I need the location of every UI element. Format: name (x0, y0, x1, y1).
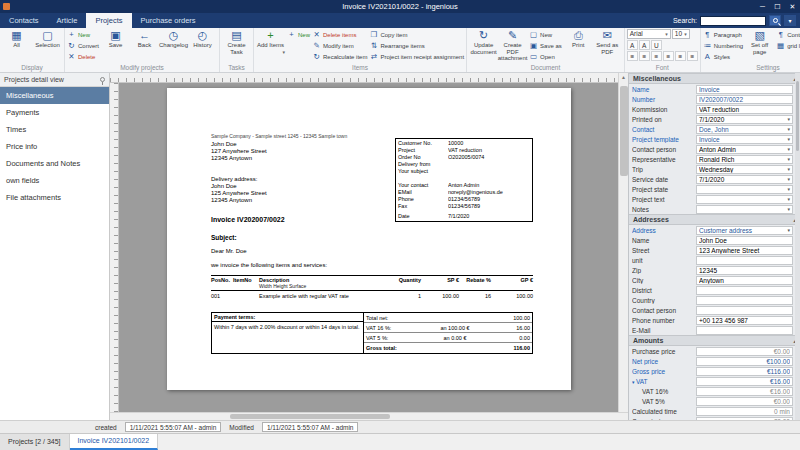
chevron-down-icon[interactable]: ▾ (787, 146, 790, 152)
property-row[interactable]: Number IV202007/0022 ▾ (629, 94, 800, 104)
property-value-field[interactable]: Ronald Rich ▾ (696, 155, 793, 164)
chevron-down-icon[interactable]: ▾ (787, 206, 790, 212)
maximize-button[interactable]: ☐ (770, 0, 785, 13)
property-row[interactable]: District ▾ (629, 285, 800, 295)
ribbon-button[interactable]: ▢ New (529, 29, 562, 40)
scroll-up-icon[interactable]: ▲ (621, 73, 626, 82)
property-row[interactable]: VAT €16.00 ▾ (629, 376, 800, 386)
ribbon-button[interactable]: ↻ Convert (67, 40, 99, 51)
close-button[interactable]: ✕ (785, 0, 800, 13)
ribbon-tab[interactable]: Contacts (0, 13, 48, 28)
property-row[interactable]: VAT 16% €16.00 ▾ (629, 386, 800, 396)
property-row[interactable]: Net price €100.00 ▾ (629, 356, 800, 366)
section-header-addresses[interactable]: Addresses ▴ (629, 214, 800, 225)
property-value-field[interactable]: €0.00 ▾ (696, 397, 793, 406)
ribbon-button[interactable]: A Styles (703, 51, 743, 62)
ribbon-button[interactable]: ↻ Recalculate item (312, 51, 367, 62)
property-row[interactable]: Representative Ronald Rich ▾ (629, 154, 800, 164)
ribbon-button[interactable]: ✎ Create PDF attachment (498, 29, 527, 62)
property-row[interactable]: Name John Doe ▾ (629, 235, 800, 245)
property-row[interactable]: Project text ▾ (629, 194, 800, 204)
ribbon-button[interactable]: ≔ Numbering (703, 40, 743, 51)
chevron-down-icon[interactable]: ▾ (787, 176, 790, 182)
panel-scrollbar[interactable] (795, 73, 800, 420)
chevron-down-icon[interactable]: ▾ (787, 136, 790, 142)
scrollbar-thumb[interactable] (796, 81, 799, 151)
ribbon-button[interactable]: ← Back (130, 29, 159, 49)
search-options-button[interactable]: ▾ (784, 15, 796, 26)
chevron-down-icon[interactable]: ▾ (787, 227, 790, 233)
property-row[interactable]: Notes ▾ (629, 204, 800, 214)
align-button[interactable]: ≡ (663, 51, 674, 61)
ribbon-button[interactable]: ✕ Delete items (312, 29, 367, 40)
align-button[interactable]: ≡ (651, 51, 662, 61)
property-value-field[interactable]: ▾ (696, 185, 793, 194)
property-value-field[interactable]: €16.00 ▾ (696, 387, 793, 396)
property-row[interactable]: Gross price €116.00 ▾ (629, 366, 800, 376)
ribbon-button[interactable]: ▣ Save (101, 29, 130, 49)
property-value-field[interactable]: ▾ (696, 306, 793, 315)
ribbon-button[interactable]: ▦ grid lines (776, 40, 800, 51)
ribbon-button[interactable]: ◷ Changelog (159, 29, 188, 49)
ribbon-button[interactable]: + New (67, 29, 99, 40)
align-button[interactable]: ≡ (627, 51, 638, 61)
horizontal-scrollbar[interactable] (110, 412, 628, 420)
invoice-page[interactable]: Sample Company - Sample street 1245 - 12… (167, 88, 571, 390)
sidebar-item[interactable]: Miscellaneous (0, 87, 109, 104)
property-value-field[interactable]: IV202007/0022 ▾ (696, 95, 793, 104)
property-value-field[interactable]: 0 min ▾ (696, 407, 793, 416)
search-button[interactable] (769, 15, 781, 26)
property-row[interactable]: Printed on 7/1/2020 ▾ (629, 114, 800, 124)
ribbon-button[interactable]: ❐ Copy item (369, 29, 464, 40)
property-value-field[interactable]: Anytown ▾ (696, 276, 793, 285)
ribbon-button[interactable]: ↻ Update document (469, 29, 498, 62)
property-row[interactable]: Address Customer address ▾ (629, 225, 800, 235)
ribbon-tab[interactable]: Purchase orders (132, 13, 205, 28)
property-row[interactable]: Contact person ▾ (629, 305, 800, 315)
chevron-down-icon[interactable]: ▾ (787, 156, 790, 162)
property-row[interactable]: Commission €0.00 ▾ (629, 416, 800, 420)
property-row[interactable]: Service date 7/1/2020 ▾ (629, 174, 800, 184)
property-row[interactable]: Purchase price €0.00 ▾ (629, 346, 800, 356)
vertical-scrollbar[interactable]: ▲ ▼ (618, 73, 628, 420)
sidebar-item[interactable]: Documents and Notes (0, 155, 109, 172)
property-value-field[interactable]: €116.00 ▾ (696, 367, 793, 376)
scrollbar-thumb[interactable] (230, 414, 390, 419)
property-value-field[interactable]: John Doe ▾ (696, 236, 793, 245)
property-value-field[interactable]: Wednesday ▾ (696, 165, 793, 174)
property-row[interactable]: Project state ▾ (629, 184, 800, 194)
property-row[interactable]: Contact Doe, John ▾ (629, 124, 800, 134)
property-value-field[interactable]: Invoice ▾ (696, 85, 793, 94)
ribbon-tab[interactable]: Article (48, 13, 87, 28)
property-value-field[interactable]: €16.00 ▾ (696, 377, 793, 386)
ribbon-button[interactable]: ⎙ Print (564, 29, 593, 55)
property-row[interactable]: Phone number +00 123 456 987 ▾ (629, 315, 800, 325)
property-row[interactable]: Zip 12345 ▾ (629, 265, 800, 275)
scrollbar-thumb[interactable] (620, 86, 628, 176)
property-value-field[interactable]: €100.00 ▾ (696, 357, 793, 366)
font-style-button[interactable]: A (627, 40, 638, 50)
sidebar-item[interactable]: Price info (0, 138, 109, 155)
property-row[interactable]: Project template Invoice ▾ (629, 134, 800, 144)
font-style-button[interactable]: A (639, 40, 650, 50)
ribbon-button[interactable]: ◴ History (188, 29, 217, 49)
property-value-field[interactable]: Doe, John ▾ (696, 125, 793, 134)
ribbon-button[interactable]: ¶ Control character (776, 29, 800, 40)
property-value-field[interactable]: ▾ (696, 256, 793, 265)
status-collection[interactable]: Projects [2 / 345] (0, 434, 70, 450)
property-row[interactable]: Name Invoice ▾ (629, 84, 800, 94)
ribbon-button[interactable]: ▭ Open (529, 51, 562, 62)
search-input[interactable] (700, 16, 766, 26)
ribbon-button[interactable]: ⇄ Project item receipt assignment (369, 51, 464, 62)
chevron-down-icon[interactable]: ▾ (787, 196, 790, 202)
ribbon-button[interactable]: ⇅ Rearrange items (369, 40, 464, 51)
font-size-select[interactable]: 10▾ (672, 29, 690, 39)
property-row[interactable]: Contact person Anton Admin ▾ (629, 144, 800, 154)
minimize-button[interactable]: ─ (755, 0, 770, 13)
ribbon-tab[interactable]: Projects (86, 13, 131, 28)
property-value-field[interactable]: +00 123 456 987 ▾ (696, 316, 793, 325)
ribbon-button[interactable]: ¶ Paragraph (703, 29, 743, 40)
property-value-field[interactable]: ▾ (696, 296, 793, 305)
property-row[interactable]: Country ▾ (629, 295, 800, 305)
chevron-down-icon[interactable]: ▾ (787, 186, 790, 192)
